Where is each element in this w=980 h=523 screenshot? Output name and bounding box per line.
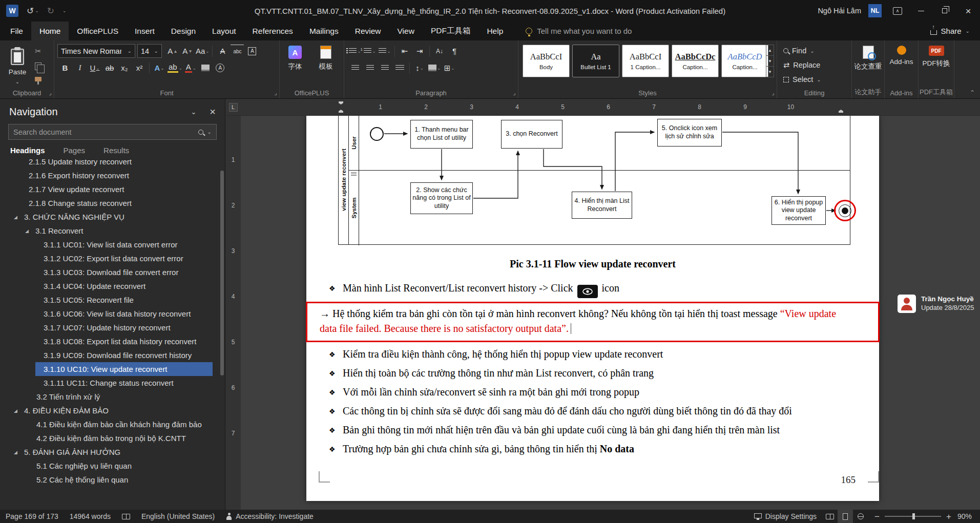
undo-button[interactable]: ↺⌄: [27, 7, 39, 15]
comment-card[interactable]: Trần Ngọc Huyề Update 28/8/2025: [898, 295, 979, 313]
zoom-in-button[interactable]: +: [946, 512, 951, 521]
addins-button[interactable]: Add-ins: [885, 40, 918, 66]
tell-me-box[interactable]: Tell me what you want to do: [526, 22, 632, 40]
find-button[interactable]: Find ⌄: [783, 45, 815, 57]
zoom-slider[interactable]: [885, 516, 941, 517]
ribbon-tab[interactable]: OfficePLUS: [69, 22, 127, 40]
pane-options-chevron-icon[interactable]: ⌄: [191, 108, 196, 116]
highlight-color-button[interactable]: ab⌄: [168, 61, 182, 75]
paste-button[interactable]: Paste ⌄: [4, 44, 31, 89]
ribbon-tab[interactable]: View: [389, 22, 423, 40]
ribbon-tab[interactable]: Help: [478, 22, 511, 40]
nav-heading-item[interactable]: 3.1 Reconvert: [17, 224, 213, 238]
page-indicator[interactable]: Page 169 of 173: [0, 510, 64, 523]
multilevel-list-button[interactable]: ⌄: [378, 45, 391, 58]
increase-indent-button[interactable]: ⇥: [413, 45, 426, 58]
nav-heading-item[interactable]: 2.1.7 View update reconvert: [20, 182, 213, 196]
ribbon-tab[interactable]: Insert: [127, 22, 163, 40]
chevron-down-icon[interactable]: ⌄: [207, 129, 212, 135]
nav-heading-item[interactable]: 3.1.8 UC08: Export list data history rec…: [35, 334, 213, 348]
restore-button[interactable]: [933, 0, 956, 22]
strikethrough-button[interactable]: ab: [103, 61, 116, 75]
navigation-tab[interactable]: Headings: [10, 146, 45, 155]
sort-button[interactable]: A↓: [433, 45, 446, 58]
ribbon-tab[interactable]: Mailings: [301, 22, 347, 40]
collapse-triangle-icon[interactable]: [14, 408, 24, 413]
language-indicator[interactable]: English (United States): [136, 510, 220, 523]
font-size-select[interactable]: 14 ⌄: [137, 44, 162, 58]
justify-button[interactable]: [393, 61, 406, 75]
align-center-button[interactable]: [363, 61, 377, 75]
nav-heading-item[interactable]: 3.1.11 UC11: Change status reconvert: [35, 376, 213, 390]
gallery-up-icon[interactable]: ▲: [766, 45, 774, 56]
character-shading-button[interactable]: [199, 61, 212, 75]
align-left-button[interactable]: [348, 61, 362, 75]
user-avatar-badge[interactable]: NL: [868, 4, 882, 17]
subscript-button[interactable]: x₂: [118, 61, 131, 75]
dialog-launcher-icon[interactable]: ⌟: [772, 90, 775, 96]
font-family-select[interactable]: Times New Roman ⌄: [57, 44, 135, 58]
format-painter-icon[interactable]: [35, 77, 41, 81]
gallery-down-icon[interactable]: ▼: [766, 56, 774, 67]
horizontal-ruler[interactable]: 12345678910: [241, 99, 980, 116]
search-box[interactable]: ⌄: [8, 124, 217, 140]
clear-formatting-button[interactable]: A: [216, 45, 229, 58]
cut-icon[interactable]: ✂: [35, 47, 41, 56]
nav-heading-item[interactable]: 3.1.4 UC04: Update reconvert: [35, 279, 213, 293]
nav-heading-item[interactable]: 3.1.1 UC01: View list data convert error: [35, 238, 213, 252]
enclose-character-button[interactable]: A: [214, 61, 227, 75]
navigation-tab[interactable]: Results: [103, 146, 129, 155]
style-tile[interactable]: AaBbCcI Body: [523, 45, 570, 77]
minimize-button[interactable]: [909, 0, 933, 22]
tab-stop-selector[interactable]: L: [229, 103, 238, 112]
nav-heading-item[interactable]: 5. ĐÁNH GIÁ ẢNH HƯỞNG: [6, 445, 213, 459]
font-color-button[interactable]: A⌄: [184, 61, 197, 75]
vertical-ruler[interactable]: 1234567: [225, 116, 241, 510]
ribbon-tab[interactable]: References: [244, 22, 301, 40]
officeplus-font-button[interactable]: A 字体: [280, 40, 310, 71]
word-count[interactable]: 14964 words: [64, 510, 116, 523]
nav-heading-item[interactable]: 3.1.3 UC03: Download file convert error: [35, 265, 213, 279]
decrease-indent-button[interactable]: ⇤: [398, 45, 411, 58]
nav-heading-item[interactable]: 3.1.10 UC10: View update reconvert: [35, 362, 213, 376]
ribbon-display-options-icon[interactable]: ∧: [893, 7, 902, 15]
italic-button[interactable]: I: [73, 61, 87, 75]
nav-heading-item[interactable]: 3.1.5 UC05: Reconvert file: [35, 293, 213, 307]
numbered-list-button[interactable]: ⌄: [363, 45, 377, 58]
ribbon-tab[interactable]: Layout: [204, 22, 244, 40]
officeplus-template-button[interactable]: 模板: [310, 40, 341, 71]
dialog-launcher-icon[interactable]: ⌟: [513, 90, 516, 96]
select-button[interactable]: Select ⌄: [783, 73, 821, 86]
dialog-launcher-icon[interactable]: ⌟: [275, 90, 277, 96]
nav-heading-item[interactable]: 3. CHỨC NĂNG NGHIỆP VỤ: [6, 210, 213, 224]
nav-heading-item[interactable]: 4.1 Điều kiện đảm bảo cần khách hàng đảm…: [28, 417, 213, 431]
proofing-button[interactable]: [116, 510, 136, 523]
gallery-more-icon[interactable]: ▼: [766, 67, 774, 77]
replace-button[interactable]: ⇄ Replace: [783, 59, 820, 71]
zoom-slider-thumb[interactable]: [912, 513, 915, 519]
nav-heading-item[interactable]: 3.2 Tiến trình xử lý: [28, 390, 213, 404]
borders-button[interactable]: ⊞⌄: [443, 61, 456, 75]
ribbon-tab[interactable]: PDF工具箱: [423, 22, 479, 40]
collapse-ribbon-icon[interactable]: ⌃: [970, 89, 975, 96]
grow-font-button[interactable]: A▲: [166, 45, 179, 58]
close-button[interactable]: ×: [956, 0, 980, 22]
zoom-percentage[interactable]: 90%: [957, 512, 980, 520]
nav-heading-item[interactable]: 3.1.9 UC09: Download file reconvert hist…: [35, 348, 213, 362]
change-case-button[interactable]: Aa⌄: [196, 45, 209, 58]
bullet-list-button[interactable]: ⌄: [348, 45, 362, 58]
nav-heading-item[interactable]: 5.1 Các nghiệp vụ liên quan: [28, 459, 213, 473]
style-tile[interactable]: AaBbCcD Caption...: [721, 45, 768, 77]
accessibility-button[interactable]: Accessibility: Investigate: [220, 510, 319, 523]
pdf-convert-button[interactable]: PDF PDF转换: [919, 40, 954, 68]
superscript-button[interactable]: x²: [133, 61, 146, 75]
nav-heading-item[interactable]: 3.1.2 UC02: Export list data convert err…: [35, 252, 213, 265]
nav-heading-item[interactable]: 2.1.5 Update history reconvert: [20, 159, 213, 169]
style-tile[interactable]: AaBbCcDc Caption...: [672, 45, 719, 77]
read-mode-button[interactable]: [822, 510, 838, 523]
word-app-icon[interactable]: W: [6, 5, 18, 17]
show-paragraph-marks-button[interactable]: ¶: [448, 45, 461, 58]
line-spacing-button[interactable]: ↕⌄: [413, 61, 426, 75]
ribbon-tab[interactable]: Review: [347, 22, 389, 40]
nav-heading-item[interactable]: 3.1.7 UC07: Update history reconvert: [35, 321, 213, 334]
